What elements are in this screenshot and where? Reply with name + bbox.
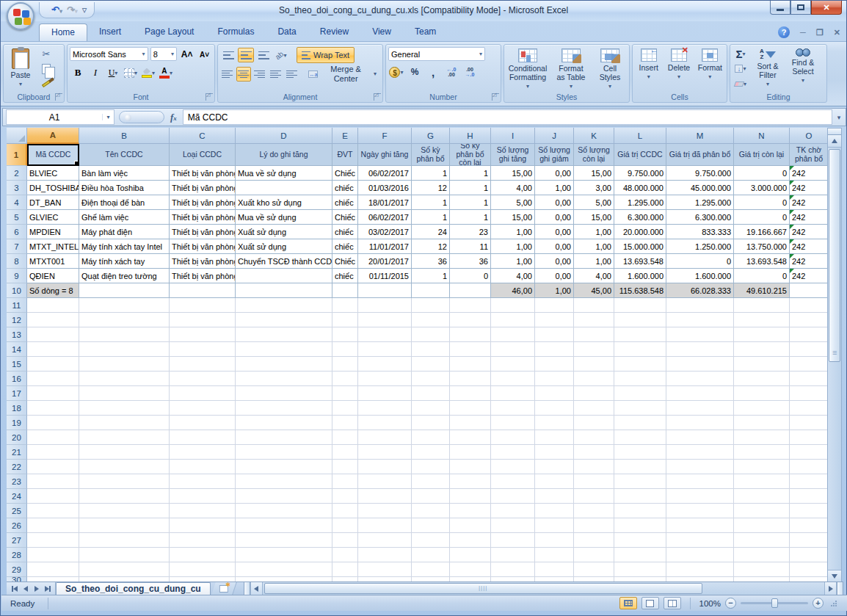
cell-M10[interactable]: 66.028.333 bbox=[666, 283, 734, 298]
cell-G6[interactable]: 24 bbox=[412, 225, 450, 239]
cell-J17[interactable] bbox=[535, 386, 574, 401]
cell-E17[interactable] bbox=[332, 386, 358, 401]
cell-N15[interactable] bbox=[734, 357, 790, 372]
cell-A13[interactable] bbox=[27, 327, 79, 342]
cell-I21[interactable] bbox=[491, 445, 535, 460]
zoom-slider-thumb[interactable] bbox=[771, 598, 778, 608]
cell-F15[interactable] bbox=[358, 357, 412, 372]
cell-D21[interactable] bbox=[236, 445, 332, 460]
cell-O14[interactable] bbox=[790, 342, 829, 357]
cell-H19[interactable] bbox=[450, 416, 491, 430]
cell-O5[interactable]: 242 bbox=[790, 210, 829, 225]
format-painter-button[interactable] bbox=[38, 77, 54, 91]
cell-B2[interactable]: Bàn làm việc bbox=[79, 166, 170, 181]
cell-C3[interactable]: Thiết bị văn phòng bbox=[170, 181, 236, 195]
cell-D12[interactable] bbox=[236, 313, 332, 327]
cell-N1[interactable]: Giá trị còn lại bbox=[734, 144, 790, 166]
cell-M9[interactable]: 1.600.000 bbox=[666, 269, 734, 283]
row-header-10[interactable]: 10 bbox=[7, 283, 27, 298]
cell-F9[interactable]: 01/11/2015 bbox=[358, 269, 412, 283]
cell-L22[interactable] bbox=[614, 460, 666, 474]
cell-J20[interactable] bbox=[535, 430, 574, 445]
cell-M7[interactable]: 1.250.000 bbox=[666, 239, 734, 254]
office-button[interactable] bbox=[7, 2, 34, 30]
cell-C18[interactable] bbox=[170, 401, 236, 416]
cell-L16[interactable] bbox=[614, 372, 666, 386]
alignment-dialog-launcher[interactable] bbox=[374, 93, 381, 101]
row-header-13[interactable]: 13 bbox=[7, 327, 27, 342]
cell-B8[interactable]: Máy tính xách tay bbox=[79, 254, 170, 269]
workbook-restore-button[interactable]: ❐ bbox=[816, 28, 824, 37]
cell-F13[interactable] bbox=[358, 327, 412, 342]
cell-I8[interactable]: 1,00 bbox=[491, 254, 535, 269]
cell-J4[interactable]: 0,00 bbox=[535, 195, 574, 210]
cell-J14[interactable] bbox=[535, 342, 574, 357]
scroll-up-button[interactable] bbox=[828, 135, 841, 148]
cell-A5[interactable]: GLVIEC bbox=[27, 210, 79, 225]
cell-G13[interactable] bbox=[412, 327, 450, 342]
row-header-23[interactable]: 23 bbox=[7, 474, 27, 489]
cell-D29[interactable] bbox=[236, 562, 332, 577]
cell-M29[interactable] bbox=[666, 562, 734, 577]
clipboard-dialog-launcher[interactable] bbox=[55, 93, 62, 101]
cell-C11[interactable] bbox=[170, 298, 236, 313]
row-header-16[interactable]: 16 bbox=[7, 372, 27, 386]
cell-M23[interactable] bbox=[666, 474, 734, 489]
cell-L4[interactable]: 1.295.000 bbox=[614, 195, 666, 210]
cell-E10[interactable] bbox=[332, 283, 358, 298]
cell-D26[interactable] bbox=[236, 518, 332, 533]
cell-K17[interactable] bbox=[574, 386, 614, 401]
cell-D25[interactable] bbox=[236, 504, 332, 518]
cell-N25[interactable] bbox=[734, 504, 790, 518]
zoom-level[interactable]: 100% bbox=[699, 599, 721, 608]
accounting-format-button[interactable]: $ bbox=[388, 65, 404, 79]
cell-K13[interactable] bbox=[574, 327, 614, 342]
font-name-combo[interactable]: Microsoft Sans▾ bbox=[70, 47, 148, 61]
tab-split-handle[interactable] bbox=[837, 582, 843, 595]
cell-L25[interactable] bbox=[614, 504, 666, 518]
cell-E12[interactable] bbox=[332, 313, 358, 327]
cell-I4[interactable]: 5,00 bbox=[491, 195, 535, 210]
cell-I19[interactable] bbox=[491, 416, 535, 430]
cell-A29[interactable] bbox=[27, 562, 79, 577]
cell-H4[interactable]: 1 bbox=[450, 195, 491, 210]
cell-I11[interactable] bbox=[491, 298, 535, 313]
cell-D3[interactable] bbox=[236, 181, 332, 195]
cell-J21[interactable] bbox=[535, 445, 574, 460]
cell-A19[interactable] bbox=[27, 416, 79, 430]
cell-O1[interactable]: TK chờ phân bổ bbox=[790, 144, 829, 166]
page-break-view-button[interactable] bbox=[664, 597, 681, 609]
cell-J9[interactable]: 0,00 bbox=[535, 269, 574, 283]
cell-H13[interactable] bbox=[450, 327, 491, 342]
cell-I7[interactable]: 1,00 bbox=[491, 239, 535, 254]
cell-I28[interactable] bbox=[491, 548, 535, 562]
cell-G4[interactable]: 1 bbox=[412, 195, 450, 210]
horizontal-split-handle[interactable] bbox=[244, 582, 250, 595]
cell-N28[interactable] bbox=[734, 548, 790, 562]
cell-C22[interactable] bbox=[170, 460, 236, 474]
row-header-18[interactable]: 18 bbox=[7, 401, 27, 416]
cell-F10[interactable] bbox=[358, 283, 412, 298]
cell-D4[interactable]: Xuất kho sử dụng bbox=[236, 195, 332, 210]
cell-M17[interactable] bbox=[666, 386, 734, 401]
cell-L11[interactable] bbox=[614, 298, 666, 313]
number-format-combo[interactable]: General▾ bbox=[388, 47, 485, 61]
formula-input[interactable]: Mã CCDC bbox=[183, 109, 832, 125]
cell-L9[interactable]: 1.600.000 bbox=[614, 269, 666, 283]
cell-I23[interactable] bbox=[491, 474, 535, 489]
cell-F1[interactable]: Ngày ghi tăng bbox=[358, 144, 412, 166]
cell-N23[interactable] bbox=[734, 474, 790, 489]
row-header-25[interactable]: 25 bbox=[7, 504, 27, 518]
last-sheet-button[interactable] bbox=[43, 584, 52, 593]
cell-B29[interactable] bbox=[79, 562, 170, 577]
cell-D23[interactable] bbox=[236, 474, 332, 489]
column-header-I[interactable]: I bbox=[491, 128, 535, 144]
font-dialog-launcher[interactable] bbox=[206, 93, 213, 101]
column-header-K[interactable]: K bbox=[574, 128, 614, 144]
cell-B5[interactable]: Ghế làm việc bbox=[79, 210, 170, 225]
cell-J22[interactable] bbox=[535, 460, 574, 474]
cell-G10[interactable] bbox=[412, 283, 450, 298]
cell-F19[interactable] bbox=[358, 416, 412, 430]
cell-K15[interactable] bbox=[574, 357, 614, 372]
cell-J10[interactable]: 1,00 bbox=[535, 283, 574, 298]
